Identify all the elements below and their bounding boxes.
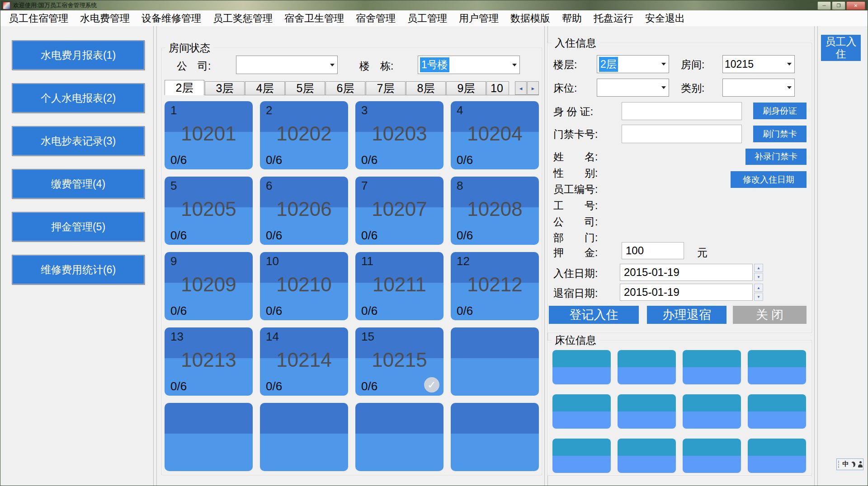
sidebar-button-payment-mgmt[interactable]: 缴费管理(4) (12, 169, 145, 199)
employee-no-label: 员工编号: (553, 182, 598, 196)
room-card-10206[interactable]: 6 10206 0/6 (260, 177, 348, 245)
half-full-width-moon-icon[interactable] (851, 462, 855, 467)
sidebar-button-personal-utility-report[interactable]: 个人水电报表(2) (12, 83, 145, 113)
floor-tab-3[interactable]: 3层 (205, 81, 245, 95)
room-card-10207[interactable]: 7 10207 0/6 (355, 177, 443, 245)
menu-item-reward-mgmt[interactable]: 员工奖惩管理 (207, 10, 278, 26)
room-card-10214[interactable]: 14 10214 0/6 (260, 327, 348, 396)
room-card-10208[interactable]: 8 10208 0/6 (451, 177, 539, 245)
bed-card[interactable] (618, 350, 676, 384)
menu-item-help[interactable]: 帮助 (556, 10, 588, 26)
bed-card[interactable] (748, 394, 806, 429)
close-button[interactable]: 关 闭 (733, 306, 807, 324)
ime-user-icon[interactable] (858, 461, 862, 467)
menu-item-tray[interactable]: 托盘运行 (588, 10, 639, 26)
bed-card[interactable] (683, 350, 741, 384)
menu-item-repair-mgmt[interactable]: 设备维修管理 (136, 10, 207, 26)
supplement-card-button[interactable]: 补录门禁卡 (745, 149, 807, 165)
ime-language-indicator[interactable]: 中 (842, 460, 849, 468)
close-icon[interactable]: ✕ (846, 1, 865, 10)
menu-item-user[interactable]: 用户管理 (453, 10, 505, 26)
bed-card[interactable] (748, 439, 806, 473)
spin-down-icon[interactable]: ▼ (754, 293, 763, 301)
building-select[interactable]: 1号楼 (418, 56, 520, 74)
floor-tab-7[interactable]: 7层 (366, 81, 406, 95)
sidebar-button-repair-cost-stats[interactable]: 维修费用统计(6) (12, 255, 145, 285)
main-content: 水电费月报表(1) 个人水电报表(2) 水电抄表记录(3) 缴费管理(4) 押金… (0, 26, 868, 486)
menu-item-dorm-mgmt[interactable]: 员工住宿管理 (3, 10, 74, 26)
restore-icon[interactable]: ❐ (832, 1, 845, 10)
bed-card[interactable] (552, 439, 611, 473)
sidebar-button-monthly-utility-report[interactable]: 水电费月报表(1) (12, 40, 145, 70)
room-card-10201[interactable]: 1 10201 0/6 (165, 101, 253, 169)
room-card-10203[interactable]: 3 10203 0/6 (355, 101, 443, 169)
room-card-10209[interactable]: 9 10209 0/6 (165, 252, 253, 320)
bed-card[interactable] (748, 350, 806, 384)
floor-tab-10[interactable]: 10 (486, 81, 509, 95)
room-index: 13 (170, 330, 184, 344)
room-select[interactable]: 10215 (722, 55, 795, 73)
floor-select[interactable]: 2层 (597, 55, 669, 73)
bed-card[interactable] (683, 394, 741, 429)
app-icon (3, 2, 10, 9)
scan-id-button[interactable]: 刷身份证 (753, 103, 807, 119)
category-select[interactable] (722, 79, 795, 97)
room-card-10202[interactable]: 2 10202 0/6 (260, 101, 348, 169)
floor-tab-4[interactable]: 4层 (245, 81, 285, 95)
bed-card[interactable] (683, 439, 741, 473)
floor-tab-6[interactable]: 6层 (326, 81, 365, 95)
room-card-10213[interactable]: 13 10213 0/6 (165, 327, 253, 396)
floor-tab-9[interactable]: 9层 (446, 81, 486, 95)
grip-icon[interactable] (838, 461, 840, 468)
company-select[interactable] (236, 56, 338, 74)
checkout-date-input[interactable]: 2015-01-19 (620, 284, 753, 301)
menu-item-dormitory[interactable]: 宿舍管理 (350, 10, 401, 26)
name-label: 姓 名: (553, 150, 598, 164)
floor-tab-8[interactable]: 8层 (406, 81, 446, 95)
room-card-10215[interactable]: 15 10215 0/6 ✓ (355, 327, 443, 396)
room-occupancy: 0/6 (170, 304, 187, 318)
room-occupancy: 0/6 (170, 153, 187, 167)
deposit-input[interactable]: 100 (622, 242, 684, 259)
room-card-10204[interactable]: 4 10204 0/6 (451, 101, 539, 169)
floor-tab-2[interactable]: 2层 (165, 80, 204, 95)
menu-item-employee[interactable]: 员工管理 (401, 10, 453, 26)
bed-card[interactable] (552, 394, 611, 429)
room-occupancy: 0/6 (361, 229, 377, 243)
room-card-10210[interactable]: 10 10210 0/6 (260, 252, 348, 320)
bed-card[interactable] (618, 439, 676, 473)
tab-scroll-left-icon[interactable]: ◂ (515, 81, 527, 95)
menu-item-hygiene-mgmt[interactable]: 宿舍卫生管理 (278, 10, 350, 26)
minimize-icon[interactable]: ─ (817, 1, 831, 10)
menu-item-utility-mgmt[interactable]: 水电费管理 (74, 10, 136, 26)
modify-checkin-date-button[interactable]: 修改入住日期 (731, 171, 807, 188)
room-card-empty[interactable] (260, 403, 348, 471)
bed-card[interactable] (618, 394, 676, 429)
spin-up-icon[interactable]: ▲ (754, 284, 763, 292)
room-card-empty[interactable] (451, 403, 539, 471)
room-card-empty[interactable] (355, 403, 443, 471)
sidebar-button-meter-records[interactable]: 水电抄表记录(3) (12, 126, 145, 156)
room-card-10211[interactable]: 11 10211 0/6 (355, 252, 443, 320)
spin-down-icon[interactable]: ▼ (754, 273, 763, 281)
bed-card[interactable] (552, 350, 611, 384)
spin-up-icon[interactable]: ▲ (754, 264, 763, 272)
room-card-10205[interactable]: 5 10205 0/6 (165, 177, 253, 245)
tab-scroll-right-icon[interactable]: ▸ (527, 81, 539, 95)
menu-item-exit[interactable]: 安全退出 (639, 10, 691, 26)
employee-checkin-button[interactable]: 员工入住 (821, 35, 861, 61)
id-card-input[interactable] (622, 102, 742, 120)
scan-access-card-button[interactable]: 刷门禁卡 (753, 126, 807, 142)
room-card-empty[interactable] (451, 327, 539, 396)
bed-select[interactable] (597, 79, 669, 97)
room-card-10212[interactable]: 12 10212 0/6 (451, 252, 539, 320)
register-checkin-button[interactable]: 登记入住 (549, 306, 639, 324)
sidebar-button-deposit-mgmt[interactable]: 押金管理(5) (12, 212, 145, 242)
menu-item-template[interactable]: 数据模版 (505, 10, 556, 26)
access-card-input[interactable] (622, 125, 742, 143)
process-checkout-button[interactable]: 办理退宿 (647, 306, 726, 324)
room-card-empty[interactable] (165, 403, 253, 471)
room-occupancy: 0/6 (361, 304, 377, 318)
checkin-date-input[interactable]: 2015-01-19 (620, 264, 753, 281)
floor-tab-5[interactable]: 5层 (285, 81, 325, 95)
